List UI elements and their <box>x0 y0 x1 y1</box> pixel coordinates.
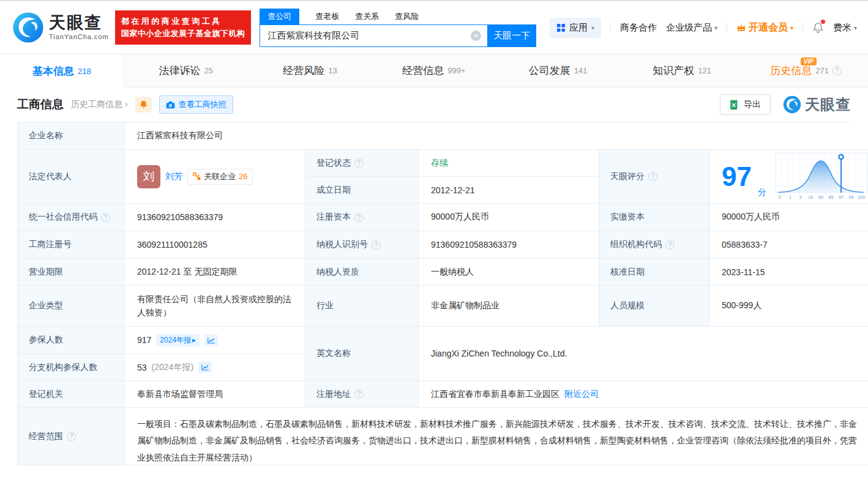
related-companies-label: 关联企业 <box>204 171 236 182</box>
tab-label: 基本信息 <box>32 64 74 78</box>
section-header-right: 导出 天眼查 <box>720 94 851 115</box>
annual-report-tag[interactable]: 2024年报 ▸ <box>156 334 200 347</box>
branch-insured-value: 53 <box>137 363 147 372</box>
help-icon[interactable]: ? <box>665 240 675 250</box>
tab-count: 999+ <box>447 66 465 75</box>
staff-size-label: 人员规模 <box>599 286 709 327</box>
nearby-companies-link[interactable]: 附近公司 <box>564 389 599 400</box>
export-button-label: 导出 <box>744 99 761 110</box>
help-icon[interactable]: ? <box>354 390 364 399</box>
logo-swirl-icon <box>12 12 44 43</box>
camera-icon <box>166 101 175 109</box>
tab-count: 121 <box>698 66 711 75</box>
search-tab-boss[interactable]: 查老板 <box>315 9 339 24</box>
help-icon[interactable]: ? <box>648 172 657 181</box>
industry-label: 行业 <box>305 286 419 327</box>
related-companies-count: 26 <box>239 172 247 181</box>
nav-enterprise-label: 企业级产品 <box>666 22 712 34</box>
legal-rep-name-link[interactable]: 刘芳 <box>165 171 182 182</box>
svg-text:0: 0 <box>779 195 781 199</box>
reg-status-value: 存续 <box>419 150 599 177</box>
branch-insured-trend-button[interactable] <box>198 361 212 373</box>
help-icon[interactable]: ? <box>354 158 364 168</box>
paid-capital-label: 实缴资本 <box>599 204 709 231</box>
tab-legal-litigation[interactable]: 法律诉讼 25 <box>124 54 249 87</box>
nav-user-label: 费米 <box>833 22 851 34</box>
related-companies-badge[interactable]: 关联企业 26 <box>187 169 253 185</box>
staff-size-value: 500-999人 <box>709 286 868 327</box>
reg-capital-value: 90000万人民币 <box>419 204 599 231</box>
vip-badge: VIP <box>801 57 817 65</box>
tab-company-development[interactable]: 公司发展 141 <box>496 54 620 87</box>
tab-operation-info[interactable]: 经营信息 999+ <box>372 54 496 87</box>
tab-intellectual-property[interactable]: 知识产权 121 <box>620 54 744 87</box>
chevron-down-icon: ▾ <box>591 24 594 31</box>
export-button[interactable]: 导出 <box>720 94 771 115</box>
credit-code-label: 统一社会信用代码 ? <box>18 204 125 231</box>
branch-insured-label: 分支机构参保人数 <box>18 354 125 381</box>
legal-rep-label: 法定代表人 <box>18 150 125 204</box>
score-label: 天眼评分 ? <box>599 150 709 204</box>
help-icon[interactable]: ? <box>67 432 76 441</box>
tab-history-info[interactable]: VIP 历史信息 271 ? <box>744 54 868 87</box>
company-tabbar: 基本信息 218 法律诉讼 25 经营风险 13 经营信息 999+ 公司发展 … <box>0 54 868 87</box>
tianyancha-logo[interactable]: 天眼查 TianYanCha.com <box>12 12 109 43</box>
nav-open-vip[interactable]: 开通会员 ▾ <box>736 21 793 34</box>
credit-code-label-text: 统一社会信用代码 <box>29 212 97 223</box>
help-icon[interactable]: ? <box>101 213 110 222</box>
nav-divider <box>727 23 727 32</box>
monitor-bell-button[interactable] <box>135 97 152 113</box>
apps-menu[interactable]: 应用 ▾ <box>550 18 601 38</box>
reg-address-value: 江西省宜春市奉新县奉新工业园区 <box>431 389 559 400</box>
company-name-value: 江西紫宸科技有限公司 <box>125 122 868 150</box>
tab-label: 法律诉讼 <box>159 64 201 78</box>
legal-rep-cell: 刘 刘芳 关联企业 26 <box>125 150 305 204</box>
reg-capital-label: 注册资本 ? <box>305 204 419 231</box>
play-icon: ▸ <box>192 336 196 344</box>
nav-divider <box>610 23 611 32</box>
logo-domain-text: TianYanCha.com <box>49 33 109 40</box>
top-header: 天眼查 TianYanCha.com 都在用的商业查询工具 国家中小企业发展子基… <box>0 1 868 54</box>
insured-count-cell: 917 2024年报 ▸ <box>125 327 305 354</box>
help-icon[interactable]: ? <box>354 213 364 222</box>
legal-rep-avatar[interactable]: 刘 <box>137 165 160 188</box>
tab-count: 25 <box>204 66 213 75</box>
app-grid-icon <box>556 23 566 32</box>
snapshot-button[interactable]: 查看工商快照 <box>159 95 233 114</box>
notifications-bell[interactable] <box>812 21 824 34</box>
nav-enterprise-products[interactable]: 企业级产品 ▾ <box>666 22 717 34</box>
business-scope-label: 经营范围 ? <box>18 408 125 465</box>
tab-basic-info[interactable]: 基本信息 218 <box>0 54 124 87</box>
insured-trend-button[interactable] <box>204 335 218 346</box>
tab-operation-risk[interactable]: 经营风险 13 <box>248 54 372 87</box>
history-link-label: 历史工商信息 <box>71 99 122 109</box>
tab-label: 经营风险 <box>283 64 324 78</box>
annual-report-label: 2024年报 <box>160 335 191 346</box>
svg-text:100: 100 <box>858 195 865 199</box>
nav-business-coop[interactable]: 商务合作 <box>620 22 657 34</box>
tab-label: 公司发展 <box>529 64 571 78</box>
watermark-text: 天眼查 <box>805 95 851 114</box>
history-business-info-link[interactable]: 历史工商信息 › <box>71 99 128 110</box>
business-info-table: 企业名称 江西紫宸科技有限公司 法定代表人 刘 刘芳 关联企业 26 登记状态 … <box>17 122 851 465</box>
search-button[interactable]: 天眼一下 <box>487 24 536 47</box>
search-tab-relation[interactable]: 查关系 <box>355 9 379 24</box>
tab-label: 经营信息 <box>402 64 444 78</box>
search-tab-company[interactable]: 查公司 <box>260 9 299 24</box>
section-header: 工商信息 历史工商信息 › 查看工商快照 <box>0 87 868 122</box>
snapshot-button-label: 查看工商快照 <box>179 99 226 110</box>
nav-user-account[interactable]: 费米 ▾ <box>833 22 857 34</box>
english-name-label: 英文名称 <box>305 327 419 381</box>
trend-chart-icon <box>201 364 209 371</box>
help-icon[interactable]: ? <box>832 66 842 75</box>
top-right-nav: 应用 ▾ 商务合作 企业级产品 ▾ 开通会员 ▾ <box>550 18 857 38</box>
search-input[interactable] <box>260 24 487 47</box>
promo-line1: 都在用的商业查询工具 <box>121 15 245 28</box>
branch-insured-report: (2024年报) <box>152 362 193 373</box>
search-tab-risk[interactable]: 查风险 <box>395 9 419 24</box>
org-code-label-text: 组织机构代码 <box>610 239 662 250</box>
approval-date-value: 2023-11-15 <box>709 259 868 286</box>
tab-count: 218 <box>78 67 91 76</box>
help-icon[interactable]: ? <box>372 240 381 250</box>
bell-icon <box>139 100 148 109</box>
